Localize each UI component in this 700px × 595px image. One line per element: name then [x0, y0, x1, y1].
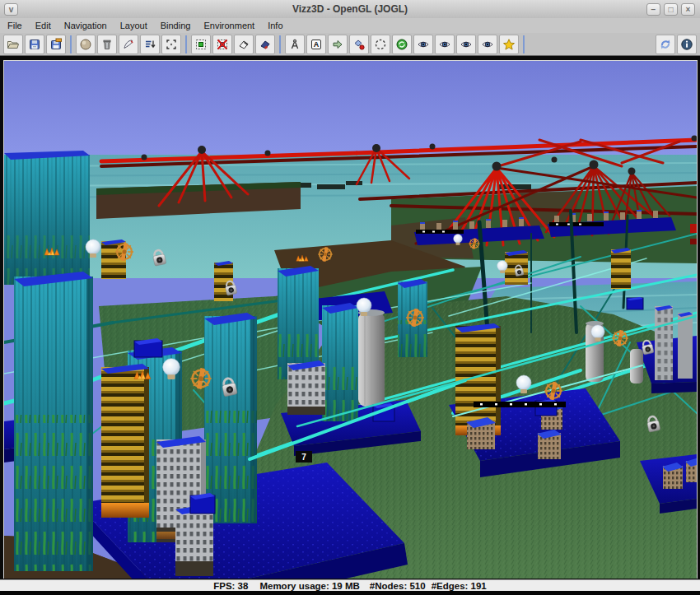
shape-dark-button[interactable]: [255, 35, 275, 54]
label-a-icon: A: [311, 40, 322, 49]
remove-node-button[interactable]: [212, 35, 232, 54]
menu-navigation[interactable]: Navigation: [58, 18, 114, 33]
menu-layout[interactable]: Layout: [114, 18, 154, 33]
star-icon: [502, 38, 516, 51]
status-fps: FPS: 38: [213, 581, 248, 591]
paint-button[interactable]: [119, 35, 138, 54]
window-title: Vizz3D - OpenGL (JOGL): [0, 3, 700, 15]
save-button[interactable]: [25, 35, 44, 54]
pillar-right2: [678, 312, 693, 379]
node-count-label: 7: [301, 453, 306, 462]
menu-edit[interactable]: Edit: [29, 18, 58, 33]
save-icon: [28, 38, 41, 51]
menu-info[interactable]: Info: [261, 18, 289, 33]
view-toggle-1-button[interactable]: [413, 35, 433, 54]
tower-teal-3: [204, 313, 257, 523]
gear-icon: [544, 382, 562, 401]
gear-icon: [406, 309, 424, 328]
select-region-button[interactable]: [371, 35, 390, 54]
toolbar-separator: [70, 35, 72, 53]
gear-icon: [190, 368, 211, 389]
create-sphere-button[interactable]: [76, 35, 96, 54]
viewport-frame: 7: [0, 56, 700, 579]
info-icon: [680, 38, 693, 51]
delete-button[interactable]: [97, 35, 117, 54]
building-gray-mid: [287, 360, 325, 415]
tower-teal-big: [14, 272, 93, 571]
shape-light-button[interactable]: [234, 35, 254, 54]
open-button[interactable]: [3, 35, 23, 54]
rotate-icon: [395, 38, 408, 51]
close-button[interactable]: ×: [681, 3, 695, 16]
move-node-button[interactable]: [349, 35, 369, 54]
forward-button[interactable]: [328, 35, 348, 54]
gear-icon: [612, 330, 628, 346]
toolbar-separator: [279, 35, 281, 53]
status-edges: #Edges: 191: [432, 581, 487, 591]
tower-gold-right-sm1: [611, 248, 631, 289]
view-toggle-3-button[interactable]: [456, 35, 476, 54]
trash-icon: [100, 38, 114, 51]
arrow-right-icon: [331, 38, 344, 51]
add-node-button[interactable]: [191, 35, 211, 54]
tower-gold-right-big: [455, 323, 501, 435]
eye-icon: [438, 38, 451, 51]
compass-icon: [288, 38, 301, 51]
open-folder-icon: [7, 38, 20, 51]
status-memory: Memory usage: 19 MB: [259, 581, 359, 591]
save-as-button[interactable]: [46, 35, 66, 54]
sphere-icon: [79, 38, 92, 51]
app-window: v Vizz3D - OpenGL (JOGL) − □ × File Edit…: [0, 0, 700, 595]
remove-node-icon: [216, 38, 229, 51]
menu-binding[interactable]: Binding: [154, 18, 198, 33]
toolbar-separator: [523, 35, 525, 53]
tower-teal-mid2: [322, 303, 358, 421]
gear-icon: [115, 243, 133, 262]
window-menu-button[interactable]: v: [4, 3, 18, 16]
window-controls: − □ ×: [645, 3, 697, 16]
tower-gold-main: [101, 364, 149, 518]
pillar-right1: [655, 305, 673, 380]
favorites-button[interactable]: [499, 35, 519, 54]
rotate-view-button[interactable]: [392, 35, 412, 54]
move-node-icon: [352, 38, 366, 51]
status-nodes: #Nodes: 510: [370, 581, 426, 591]
minimize-button[interactable]: −: [646, 3, 660, 16]
selection-circle-icon: [374, 38, 387, 51]
add-node-icon: [194, 38, 208, 51]
eye-icon: [460, 38, 473, 51]
window-bottom-edge: [0, 591, 700, 595]
prism-dark-icon: [259, 38, 272, 51]
view-toggle-2-button[interactable]: [435, 35, 455, 54]
opengl-canvas[interactable]: 7: [3, 60, 698, 579]
prism-light-icon: [237, 38, 250, 51]
paint-brush-icon: [122, 38, 135, 51]
menu-environment[interactable]: Environment: [197, 18, 261, 33]
info-button[interactable]: [677, 35, 697, 54]
eye-icon: [417, 38, 430, 51]
sort-layers-icon: [143, 38, 156, 51]
title-bar: v Vizz3D - OpenGL (JOGL) − □ ×: [0, 0, 700, 19]
tower-cylinder-mid: [358, 309, 385, 407]
refresh-icon: [659, 38, 672, 51]
maximize-button[interactable]: □: [664, 3, 678, 16]
fit-view-button[interactable]: [161, 35, 181, 54]
menu-file[interactable]: File: [0, 18, 29, 33]
building-gray-front: [175, 504, 213, 576]
measure-button[interactable]: [285, 35, 305, 54]
menu-bar: File Edit Navigation Layout Binding Envi…: [0, 18, 700, 33]
gear-icon: [318, 247, 333, 262]
city-scene: 7: [4, 61, 697, 579]
status-bar: FPS: 38 Memory usage: 19 MB #Nodes: 510 …: [0, 579, 700, 592]
gear-icon: [469, 238, 479, 249]
label-button[interactable]: A: [306, 35, 326, 54]
save-as-icon: [49, 38, 63, 51]
eye-icon: [481, 38, 494, 51]
fit-view-icon: [165, 38, 178, 51]
sort-button[interactable]: [140, 35, 160, 54]
distant-tower: [4, 151, 90, 285]
toolbar-separator: [185, 35, 187, 53]
refresh-button[interactable]: [656, 35, 675, 54]
toolbar: A: [0, 33, 700, 56]
view-toggle-4-button[interactable]: [478, 35, 497, 54]
